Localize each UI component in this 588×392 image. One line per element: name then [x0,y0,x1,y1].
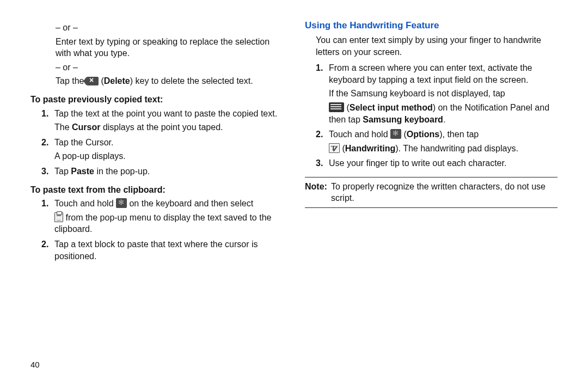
text: Tap the Cursor. [54,138,114,147]
options-label: Options [407,130,439,139]
note-text: To properly recognize the written charac… [331,181,558,204]
paste-prev-heading: To paste previously copied text: [30,94,283,106]
list-item: 2. Touch and hold (Options), then tap (H… [316,128,558,154]
text: Touch and hold [329,130,390,139]
handwriting-section-title: Using the Handwriting Feature [305,20,558,32]
text: from the pop-up menu to display the text… [54,213,271,234]
handwriting-icon [329,143,340,153]
note-divider-bottom [305,207,558,208]
note-label: Note: [305,181,331,204]
options-key-icon [390,129,401,139]
text: Tap a text block to paste that text wher… [54,238,283,262]
left-column: – or – Enter text by typing or speaking … [30,20,283,265]
select-input-method-label: Select input method [350,103,433,112]
samsung-keyboard-label: Samsung keyboard [363,115,443,124]
list-item: 3. Tap Paste in the pop-up. [41,166,283,177]
step-number: 1. [41,108,54,133]
text: Touch and hold [54,199,116,208]
text: Use your finger tip to write out each ch… [329,157,558,169]
or-separator: – or – [56,22,283,34]
step-number: 3. [316,157,329,169]
list-item: 3. Use your finger tip to write out each… [316,157,558,169]
manual-page: – or – Enter text by typing or speaking … [0,0,588,392]
handwriting-label: Handwriting [345,144,395,153]
text: ), then tap [439,130,479,139]
step-number: 1. [41,198,54,235]
step-number: 1. [316,62,329,125]
step-number: 2. [41,137,54,162]
text: Tap the text at the point you want to pa… [54,109,277,118]
text: Tap [54,167,71,176]
cursor-label: Cursor [72,122,100,132]
delete-label: Delete [104,76,130,85]
enter-text-paragraph: Enter text by typing or speaking to repl… [56,36,283,59]
options-key-icon [116,198,127,208]
list-item: 1. Tap the text at the point you want to… [41,108,283,133]
list-item: 2. Tap a text block to paste that text w… [41,238,283,262]
text: The [54,122,72,132]
text: . [443,115,445,124]
clipboard-icon [54,212,63,222]
page-number: 40 [30,359,40,370]
text: ). The handwriting pad displays. [395,144,518,153]
step-number: 2. [41,238,54,262]
step-number: 2. [316,128,329,154]
text: If the Samsung keyboard is not displayed… [329,89,505,98]
right-column: Using the Handwriting Feature You can en… [305,20,558,265]
text: ) key to delete the selected text. [130,76,253,85]
note-block: Note: To properly recognize the written … [305,181,558,204]
paste-label: Paste [71,167,94,176]
delete-key-icon [87,77,99,85]
keyboard-icon [329,102,344,112]
list-item: 2. Tap the Cursor. A pop-up displays. [41,137,283,162]
note-divider-top [305,177,558,177]
text: on the keyboard and then select [129,199,253,208]
or-separator: – or – [56,62,283,74]
text: in the pop-up. [94,167,150,176]
handwriting-intro: You can enter text simply by using your … [316,34,558,58]
step-number: 3. [41,166,54,177]
text: Tap the [56,76,87,85]
text: From a screen where you can enter text, … [329,63,532,84]
text: A pop-up displays. [54,150,283,162]
text: displays at the point you taped. [100,122,223,132]
list-item: 1. Touch and hold on the keyboard and th… [41,198,283,235]
delete-instruction: Tap the (Delete) key to delete the selec… [56,75,283,87]
paste-clipboard-heading: To paste text from the clipboard: [30,184,283,196]
list-item: 1. From a screen where you can enter tex… [316,62,558,125]
